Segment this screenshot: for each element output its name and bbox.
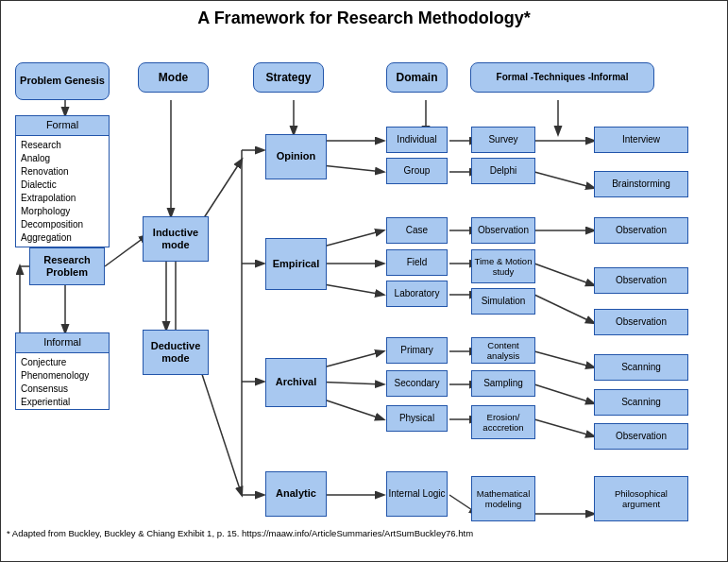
primary-box: Primary [386, 337, 448, 364]
erosion-box: Erosion/ acccretion [471, 405, 535, 439]
formal-techniques-box: Formal -Techniques -Informal [470, 62, 654, 93]
problem-genesis-box: Problem Genesis [15, 62, 110, 100]
obs4-box: Observation [594, 309, 688, 335]
analytic-box: Analytic [265, 471, 327, 517]
survey-box: Survey [471, 127, 535, 153]
delphi-box: Delphi [471, 158, 535, 184]
obs3-box: Observation [594, 267, 688, 294]
scanning2-box: Scanning [594, 389, 688, 416]
simulation-box: Simulation [471, 288, 535, 315]
sampling-box: Sampling [471, 370, 535, 397]
laboratory-box: Laboratory [386, 281, 448, 307]
scanning1-box: Scanning [594, 354, 688, 381]
archival-box: Archival [265, 358, 327, 407]
informal-list-box: Conjecture Phenomenology Consensus Exper… [15, 353, 110, 410]
svg-line-43 [534, 295, 594, 323]
mode-box: Mode [138, 62, 209, 93]
philosophical-box: Philosophical argument [594, 476, 688, 521]
group-box: Group [386, 158, 448, 184]
svg-line-44 [534, 351, 594, 367]
secondary-box: Secondary [386, 370, 448, 397]
research-problem-box: Research Problem [29, 247, 105, 285]
formal-list-box: Research Analog Renovation Dialectic Ext… [15, 136, 110, 247]
internal-logic-box: Internal Logic [386, 471, 448, 517]
main-container: A Framework for Research Methodology* [0, 0, 728, 562]
obs5-box: Observation [594, 423, 688, 450]
domain-box: Domain [386, 62, 448, 93]
opinion-box: Opinion [265, 134, 327, 179]
content-analysis-box: Content analysis [471, 337, 535, 364]
svg-line-42 [534, 264, 594, 285]
footer-text: * Adapted from Buckley, Buckley & Chiang… [7, 528, 473, 538]
time-motion-box: Time & Motion study [471, 249, 535, 283]
svg-line-46 [534, 419, 594, 436]
svg-line-45 [534, 384, 594, 403]
deductive-mode-box: Deductive mode [143, 330, 209, 375]
informal-label-box: Informal [15, 332, 110, 353]
field-box: Field [386, 249, 448, 276]
individual-box: Individual [386, 127, 448, 153]
strategy-box: Strategy [253, 62, 324, 93]
interview-box: Interview [594, 127, 688, 153]
svg-line-40 [534, 172, 594, 188]
brainstorming-box: Brainstorming [594, 171, 688, 197]
inductive-mode-box: Inductive mode [143, 216, 209, 262]
obs2-box: Observation [594, 217, 688, 244]
empirical-box: Empirical [265, 238, 327, 290]
svg-line-9 [105, 235, 147, 266]
case-box: Case [386, 217, 448, 244]
page-title: A Framework for Research Methodology* [1, 1, 727, 32]
physical-box: Physical [386, 405, 448, 432]
diagram-area: Problem Genesis Formal Research Analog R… [1, 32, 727, 542]
formal-label-box: Formal [15, 115, 110, 136]
math-modeling-box: Mathematical modeling [471, 476, 535, 521]
obs1-box: Observation [471, 217, 535, 244]
